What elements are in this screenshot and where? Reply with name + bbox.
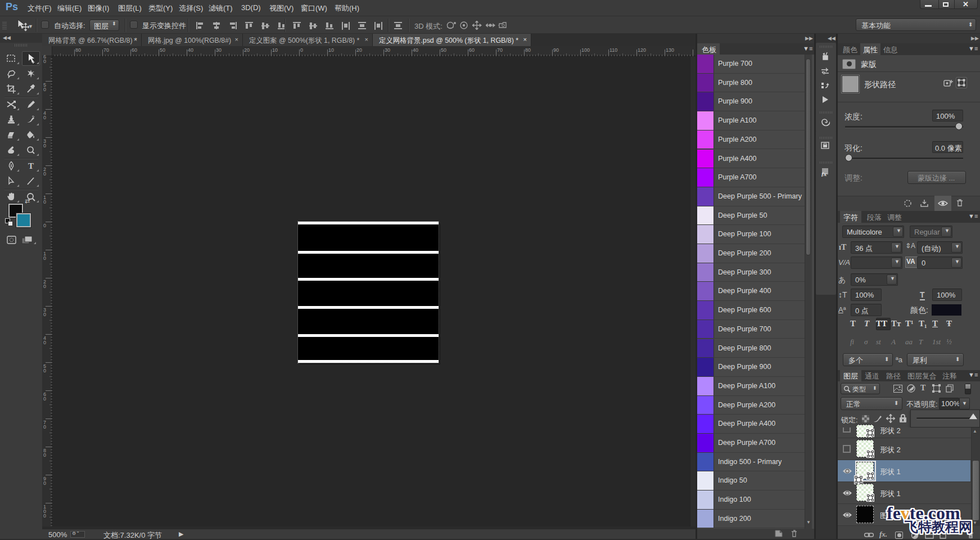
svg-text:T: T [28, 161, 34, 170]
svg-text:fx: fx [821, 170, 827, 177]
